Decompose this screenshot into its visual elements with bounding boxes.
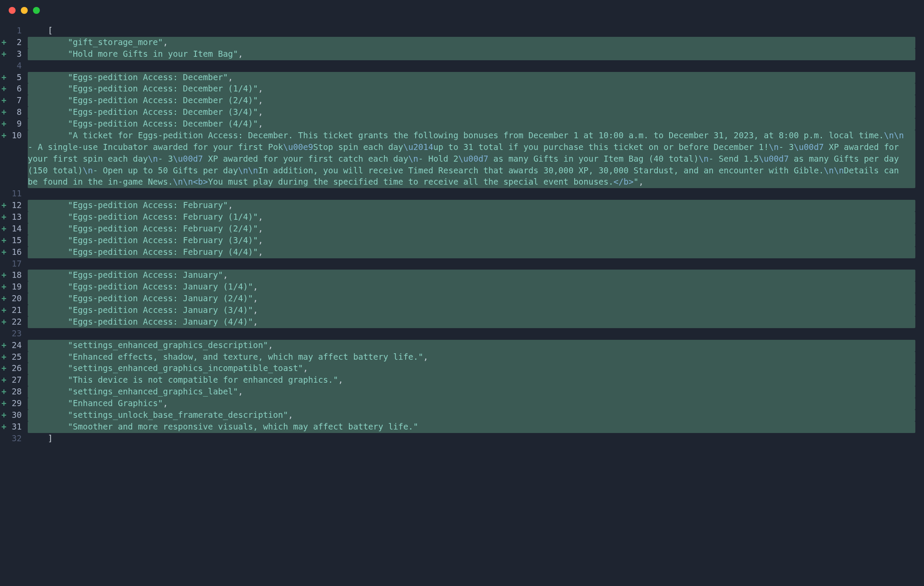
diff-add-icon: +: [0, 352, 8, 363]
gutter: +12: [0, 200, 28, 212]
code-line: 23: [0, 328, 915, 340]
code-line: +19 "Eggs-pedition Access: January (1/4)…: [0, 281, 915, 293]
line-number: 10: [8, 130, 28, 142]
line-number: 18: [8, 270, 28, 281]
line-number: 16: [8, 247, 28, 258]
line-content: "settings_unlock_base_framerate_descript…: [28, 410, 915, 421]
gutter: +10: [0, 130, 28, 142]
diff-add-icon: +: [0, 200, 8, 212]
line-number: 20: [8, 293, 28, 305]
line-number: 29: [8, 398, 28, 410]
gutter: +31: [0, 421, 28, 433]
line-number: 25: [8, 352, 28, 363]
code-editor[interactable]: 1 [+2 "gift_storage_more",+3 "Hold more …: [0, 21, 924, 458]
diff-add-icon: +: [0, 410, 8, 421]
line-content: "Hold more Gifts in your Item Bag",: [28, 49, 915, 60]
gutter: +19: [0, 281, 28, 293]
line-number: 28: [8, 386, 28, 398]
diff-add-icon: +: [0, 72, 8, 84]
code-line: +22 "Eggs-pedition Access: January (4/4)…: [0, 316, 915, 328]
diff-add-icon: +: [0, 316, 8, 328]
code-line: +18 "Eggs-pedition Access: January",: [0, 270, 915, 281]
line-content: "Smoother and more responsive visuals, w…: [28, 421, 915, 433]
code-line: +12 "Eggs-pedition Access: February",: [0, 200, 915, 212]
line-content: "Eggs-pedition Access: December (1/4)",: [28, 83, 915, 95]
code-line: +6 "Eggs-pedition Access: December (1/4)…: [0, 83, 915, 95]
code-line: +2 "gift_storage_more",: [0, 37, 915, 49]
gutter: +9: [0, 118, 28, 130]
gutter: +22: [0, 316, 28, 328]
code-line: +20 "Eggs-pedition Access: January (2/4)…: [0, 293, 915, 305]
line-content: [: [28, 25, 915, 37]
close-icon[interactable]: [9, 7, 16, 14]
gutter: +8: [0, 107, 28, 118]
gutter: +21: [0, 305, 28, 316]
code-line: +5 "Eggs-pedition Access: December",: [0, 72, 915, 84]
diff-add-icon: +: [0, 340, 8, 352]
line-content: "Eggs-pedition Access: December (3/4)",: [28, 107, 915, 118]
diff-add-icon: +: [0, 83, 8, 95]
line-content: "settings_enhanced_graphics_description"…: [28, 340, 915, 352]
line-content: "settings_enhanced_graphics_incompatible…: [28, 363, 915, 374]
line-number: 26: [8, 363, 28, 374]
line-number: 15: [8, 235, 28, 247]
code-line: +10 "A ticket for Eggs-pedition Access: …: [0, 130, 915, 188]
line-number: 11: [8, 188, 28, 200]
line-content: ]: [28, 433, 915, 445]
line-number: 32: [8, 433, 28, 445]
code-line: 32 ]: [0, 433, 915, 445]
minimize-icon[interactable]: [21, 7, 28, 14]
line-content: "settings_enhanced_graphics_label",: [28, 386, 915, 398]
diff-add-icon: +: [0, 212, 8, 223]
gutter: +25: [0, 352, 28, 363]
gutter: +15: [0, 235, 28, 247]
diff-add-icon: +: [0, 305, 8, 316]
line-number: 7: [8, 95, 28, 107]
gutter: 17: [0, 258, 28, 270]
code-line: 1 [: [0, 25, 915, 37]
line-number: 2: [8, 37, 28, 49]
line-number: 5: [8, 72, 28, 84]
line-number: 13: [8, 212, 28, 223]
code-line: +27 "This device is not compatible for e…: [0, 374, 915, 386]
diff-add-icon: +: [0, 363, 8, 374]
gutter: 23: [0, 328, 28, 340]
line-content: "Eggs-pedition Access: December",: [28, 72, 915, 84]
gutter: +3: [0, 49, 28, 60]
gutter: +28: [0, 386, 28, 398]
code-line: +8 "Eggs-pedition Access: December (3/4)…: [0, 107, 915, 118]
line-number: 17: [8, 258, 28, 270]
line-content: "A ticket for Eggs-pedition Access: Dece…: [28, 130, 915, 188]
line-number: 9: [8, 118, 28, 130]
line-number: 12: [8, 200, 28, 212]
line-content: "Eggs-pedition Access: February (2/4)",: [28, 223, 915, 235]
code-line: +25 "Enhanced effects, shadow, and textu…: [0, 352, 915, 363]
code-line: +24 "settings_enhanced_graphics_descript…: [0, 340, 915, 352]
diff-add-icon: +: [0, 223, 8, 235]
zoom-icon[interactable]: [33, 7, 40, 14]
line-content: "Eggs-pedition Access: January (4/4)",: [28, 316, 915, 328]
code-line: +26 "settings_enhanced_graphics_incompat…: [0, 363, 915, 374]
line-number: 31: [8, 421, 28, 433]
code-line: 17: [0, 258, 915, 270]
line-content: "Eggs-pedition Access: January",: [28, 270, 915, 281]
gutter: +6: [0, 83, 28, 95]
line-number: 4: [8, 60, 28, 72]
gutter: 4: [0, 60, 28, 72]
diff-add-icon: +: [0, 95, 8, 107]
gutter: +14: [0, 223, 28, 235]
gutter: +5: [0, 72, 28, 84]
line-number: 6: [8, 83, 28, 95]
line-number: 30: [8, 410, 28, 421]
gutter: +30: [0, 410, 28, 421]
code-line: +9 "Eggs-pedition Access: December (4/4)…: [0, 118, 915, 130]
line-content: "Eggs-pedition Access: December (4/4)",: [28, 118, 915, 130]
line-content: "Eggs-pedition Access: January (1/4)",: [28, 281, 915, 293]
code-line: +21 "Eggs-pedition Access: January (3/4)…: [0, 305, 915, 316]
code-line: 4: [0, 60, 915, 72]
diff-add-icon: +: [0, 421, 8, 433]
gutter: +20: [0, 293, 28, 305]
diff-add-icon: +: [0, 130, 8, 142]
diff-add-icon: +: [0, 118, 8, 130]
line-number: 24: [8, 340, 28, 352]
